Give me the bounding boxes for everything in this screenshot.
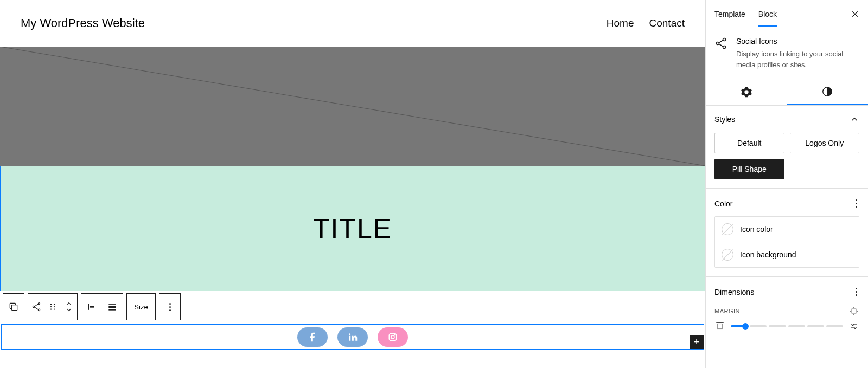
social-icon-linkedin[interactable] [337, 327, 368, 347]
dimensions-panel-header[interactable]: Dimensions [714, 286, 859, 298]
social-icons-block[interactable]: + [1, 324, 704, 350]
icon-color-label: Icon color [740, 225, 773, 234]
chevron-up-icon [850, 114, 859, 124]
color-panel: Color Icon color Icon background [706, 189, 868, 277]
svg-point-6 [38, 309, 40, 311]
style-default[interactable]: Default [714, 133, 784, 153]
move-buttons[interactable] [61, 294, 77, 320]
facebook-icon [307, 332, 318, 343]
svg-point-27 [723, 38, 726, 41]
kebab-icon [167, 301, 173, 313]
svg-point-21 [349, 333, 350, 335]
add-block-button[interactable]: + [690, 335, 704, 349]
block-toolbar: Size [3, 293, 181, 320]
color-icon-background[interactable]: Icon background [715, 242, 859, 267]
instagram-icon [388, 332, 398, 342]
cover-block: TITLE [0, 47, 705, 292]
dimensions-options-button[interactable] [853, 286, 859, 298]
svg-point-28 [717, 42, 719, 45]
overlap-squares-icon [8, 301, 19, 312]
custom-value-button[interactable] [848, 321, 859, 332]
svg-point-29 [723, 46, 726, 49]
move-up-down-icon [64, 300, 74, 313]
styles-panel-header[interactable]: Styles [714, 114, 859, 124]
justify-left-icon [86, 301, 97, 312]
subtab-styles[interactable] [787, 79, 869, 105]
svg-point-12 [54, 306, 55, 307]
drag-handle[interactable] [44, 294, 61, 320]
color-panel-header[interactable]: Color [714, 197, 859, 210]
subtab-settings[interactable] [706, 79, 787, 105]
style-pill-shape[interactable]: Pill Shape [714, 159, 784, 179]
site-title[interactable]: My WordPress Website [21, 16, 145, 30]
post-title[interactable]: TITLE [313, 213, 392, 244]
share-icon [31, 301, 42, 312]
svg-rect-3 [12, 305, 17, 311]
margin-label: MARGIN [714, 308, 740, 314]
block-description: Display icons linking to your social med… [736, 49, 859, 70]
drag-icon [48, 302, 58, 312]
site-header: My WordPress Website Home Contact [0, 0, 705, 47]
empty-swatch-icon [722, 223, 733, 235]
close-sidebar-button[interactable] [848, 8, 861, 21]
parent-block-button[interactable] [3, 294, 24, 320]
linkedin-icon [348, 332, 358, 342]
social-icon-facebook[interactable] [297, 327, 328, 347]
svg-rect-18 [108, 306, 116, 308]
dimensions-panel: Dimensions MARGIN [706, 277, 868, 340]
tab-template[interactable]: Template [714, 1, 745, 27]
align-full-icon [107, 301, 118, 312]
svg-point-43 [854, 327, 856, 329]
svg-rect-16 [90, 306, 94, 307]
svg-point-24 [394, 334, 395, 335]
svg-point-11 [50, 306, 52, 307]
svg-rect-33 [852, 309, 856, 313]
svg-point-13 [50, 308, 52, 309]
more-options-button[interactable] [159, 294, 180, 320]
color-options-button[interactable] [853, 197, 859, 210]
social-icon-instagram[interactable] [378, 327, 408, 347]
image-placeholder[interactable] [0, 47, 705, 166]
editor-canvas: My WordPress Website Home Contact TITLE [0, 0, 705, 368]
justify-button[interactable] [81, 294, 102, 320]
tab-block[interactable]: Block [758, 1, 777, 27]
color-icon-color[interactable]: Icon color [715, 217, 859, 242]
styles-heading: Styles [714, 115, 735, 124]
svg-line-7 [35, 304, 39, 306]
svg-point-4 [38, 303, 40, 305]
margin-box-icon [715, 321, 725, 331]
svg-point-10 [54, 304, 55, 305]
styles-panel: Styles Default Logos Only Pill Shape [706, 106, 868, 189]
plus-icon: + [694, 337, 700, 348]
icon-background-label: Icon background [740, 250, 796, 259]
box-sides-icon [849, 306, 859, 316]
align-button[interactable] [102, 294, 123, 320]
svg-rect-19 [108, 309, 116, 311]
close-icon [851, 10, 859, 18]
nav-link-contact[interactable]: Contact [649, 17, 685, 29]
sliders-icon [849, 321, 859, 331]
primary-nav: Home Contact [607, 17, 685, 29]
title-band[interactable]: TITLE [0, 166, 705, 291]
svg-point-41 [852, 324, 853, 326]
svg-rect-15 [88, 304, 89, 310]
svg-point-23 [391, 335, 394, 339]
nav-link-home[interactable]: Home [607, 17, 634, 29]
block-info: Social Icons Display icons linking to yo… [706, 28, 868, 79]
svg-line-31 [719, 44, 723, 47]
unlink-sides-button[interactable] [848, 306, 859, 317]
dimensions-heading: Dimensions [714, 288, 754, 296]
svg-point-14 [54, 308, 55, 309]
gear-icon [741, 86, 752, 98]
svg-point-9 [50, 304, 52, 305]
block-type-button[interactable] [28, 294, 44, 320]
margin-slider[interactable] [731, 325, 843, 327]
size-button[interactable]: Size [127, 294, 155, 320]
style-logos-only[interactable]: Logos Only [790, 133, 860, 153]
svg-point-5 [33, 306, 34, 307]
svg-rect-38 [718, 324, 723, 329]
settings-sidebar: Template Block Social Icons Display icon… [705, 0, 868, 368]
sidebar-tabs: Template Block [706, 0, 868, 28]
empty-swatch-icon [722, 249, 733, 261]
margin-side-indicator [714, 321, 725, 332]
